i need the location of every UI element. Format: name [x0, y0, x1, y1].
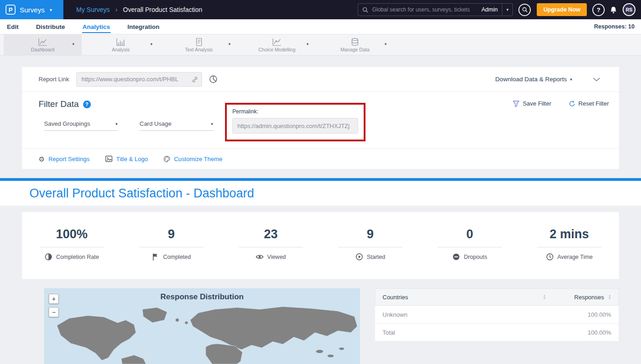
notifications-button[interactable]: [610, 6, 617, 14]
tab-edit[interactable]: Edit: [6, 20, 19, 33]
breadcrumb-separator-icon: ›: [115, 6, 118, 13]
countries-header-label: Countries: [382, 294, 408, 301]
ribbon-label: Dashboard: [31, 47, 54, 52]
collapse-panel-button[interactable]: [592, 77, 601, 82]
caret-down-icon[interactable]: ▾: [306, 42, 309, 46]
reset-filter-button[interactable]: Reset Filter: [569, 100, 609, 107]
help-button[interactable]: ?: [592, 4, 605, 16]
caret-down-icon[interactable]: ▾: [228, 42, 231, 46]
customize-theme-label: Customize Theme: [174, 156, 222, 162]
ribbon-text-analysis[interactable]: Text Analysis ▾: [160, 34, 238, 55]
bell-icon: [610, 6, 617, 14]
save-filter-button[interactable]: Save Filter: [513, 100, 551, 107]
global-search: Admin ▾: [358, 3, 513, 16]
responses-header[interactable]: Responses ▲▼: [558, 294, 611, 301]
ribbon-choice-modelling[interactable]: Choice Modelling ▾: [238, 34, 316, 55]
document-icon: [194, 38, 204, 46]
stat-completed: 9 Completed: [122, 227, 221, 279]
sort-icon[interactable]: ▲▼: [543, 294, 546, 300]
stat-value: 100%: [56, 227, 88, 241]
report-link-row: Report Link Download Data & Reports ▾: [22, 67, 619, 92]
report-chart-icon[interactable]: [209, 75, 218, 84]
saved-groupings-select[interactable]: Saved Groupings ▾: [44, 120, 118, 131]
report-panel: Report Link Download Data & Reports ▾ Fi…: [22, 67, 619, 169]
report-link-input[interactable]: [76, 72, 202, 87]
caret-down-icon: ▾: [115, 122, 118, 126]
stat-label: Started: [367, 254, 385, 260]
ribbon-dashboard[interactable]: Dashboard ▾: [4, 34, 82, 55]
response-distribution-map: Response Distribution + −: [44, 288, 360, 364]
caret-down-icon[interactable]: ▾: [150, 42, 152, 46]
sort-icon[interactable]: ▲▼: [608, 294, 611, 300]
flag-icon: [152, 253, 159, 261]
upgrade-now-button[interactable]: Upgrade Now: [537, 3, 587, 16]
report-link-field-wrap: [76, 72, 202, 87]
permalink-annotation-box: Permalink:: [225, 103, 365, 141]
search-button[interactable]: [518, 4, 531, 16]
caret-down-icon: ▾: [50, 7, 52, 12]
tab-analytics[interactable]: Analytics: [82, 20, 111, 33]
saved-groupings-label: Saved Groupings: [44, 120, 90, 127]
questionpro-logo-icon: P: [6, 5, 16, 15]
product-switcher[interactable]: P Surveys ▾: [0, 0, 63, 19]
image-icon: [105, 156, 112, 162]
breadcrumb-my-surveys[interactable]: My Surveys: [76, 6, 110, 13]
search-icon: [522, 7, 528, 12]
stat-label: Average Time: [557, 254, 593, 260]
countries-header[interactable]: Countries ▲▼: [382, 294, 558, 301]
stat-viewed: 23 Viewed: [221, 227, 320, 279]
ribbon-analysis[interactable]: Analysis ▾: [82, 34, 160, 55]
country-cell: Unknown: [382, 311, 558, 318]
global-search-input[interactable]: [371, 6, 477, 13]
gear-icon: ⚙: [39, 156, 45, 162]
title-logo-link[interactable]: Title & Logo: [105, 156, 148, 162]
line-chart-icon: [38, 38, 48, 46]
caret-down-icon[interactable]: ▾: [72, 42, 74, 46]
zoom-in-button[interactable]: +: [49, 294, 59, 304]
search-scope-caret-icon[interactable]: ▾: [502, 3, 513, 16]
minus-circle-icon: [452, 253, 460, 261]
caret-down-icon[interactable]: ▾: [384, 42, 387, 46]
stat-value: 9: [168, 227, 174, 241]
breadcrumb-current: Overall Product Satisfaction: [123, 6, 202, 13]
top-bar: P Surveys ▾ My Surveys › Overall Product…: [0, 0, 641, 19]
page-title: Overall Product Satisfaction - Dashboard: [29, 186, 254, 201]
stat-value: 23: [264, 227, 278, 241]
title-band: Overall Product Satisfaction - Dashboard: [0, 181, 641, 206]
link-icon[interactable]: [191, 76, 198, 83]
bottom-section: Response Distribution + − Countries: [44, 288, 619, 364]
bar-chart-icon: [116, 38, 126, 46]
avatar[interactable]: RS: [623, 3, 635, 16]
filter-actions: Save Filter Reset Filter: [513, 100, 609, 107]
download-data-reports[interactable]: Download Data & Reports ▾: [495, 76, 572, 83]
permalink-input[interactable]: [232, 118, 358, 134]
report-footer-links: ⚙ Report Settings Title & Logo Customize…: [22, 149, 619, 169]
responses-header-label: Responses: [574, 294, 604, 301]
ribbon-label: Analysis: [112, 47, 129, 52]
responses-count: Responses: 10: [594, 23, 635, 30]
search-icon: [358, 7, 371, 13]
funnel-icon: [513, 101, 519, 107]
refresh-icon: [569, 101, 575, 107]
search-scope-admin[interactable]: Admin: [477, 6, 501, 13]
customize-theme-link[interactable]: Customize Theme: [163, 156, 222, 162]
report-settings-link[interactable]: ⚙ Report Settings: [39, 156, 90, 162]
tab-integration[interactable]: Integration: [127, 20, 160, 33]
help-badge-icon[interactable]: ?: [83, 101, 91, 108]
report-link-label: Report Link: [39, 76, 69, 83]
chevron-down-icon: [592, 77, 601, 82]
filter-dropdowns: Saved Groupings ▾ Card Usage ▾: [44, 120, 213, 131]
eye-icon: [256, 253, 264, 261]
tab-distribute[interactable]: Distribute: [36, 20, 66, 33]
stat-average-time: 2 mins Average Time: [519, 227, 619, 279]
country-cell: Total: [382, 329, 558, 336]
card-usage-select[interactable]: Card Usage ▾: [140, 120, 213, 131]
ribbon-manage-data[interactable]: Manage Data ▾: [316, 34, 394, 55]
permalink-label: Permalink:: [232, 108, 358, 115]
stat-label: Viewed: [267, 254, 286, 260]
card-usage-label: Card Usage: [140, 120, 171, 127]
stat-label: Completed: [163, 254, 191, 260]
world-map[interactable]: [44, 305, 360, 364]
clock-icon: [546, 253, 554, 261]
table-row: Unknown 100.00%: [375, 306, 619, 324]
